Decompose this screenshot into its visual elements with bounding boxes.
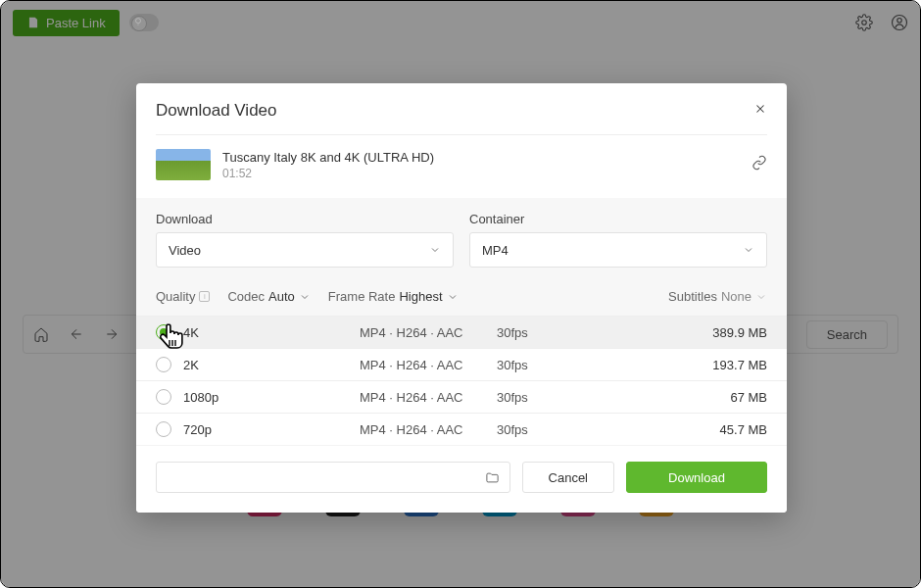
chevron-down-icon [429,244,441,256]
radio-icon [156,389,171,405]
quality-filter: Quality i [156,289,210,304]
quality-format: MP4 · H264 · AAC [360,422,497,437]
svg-point-0 [135,19,140,24]
close-icon [753,102,767,116]
video-duration: 01:52 [222,167,740,180]
quality-size: 193.7 MB [614,358,767,372]
save-path-field[interactable] [156,462,510,493]
container-value: MP4 [482,243,509,258]
video-thumbnail [156,149,211,180]
chevron-down-icon [743,244,754,256]
download-modal: Download Video Tuscany Italy 8K and 4K (… [136,83,787,513]
close-button[interactable] [753,102,767,120]
quality-size: 389.9 MB [614,325,767,340]
quality-row[interactable]: 4KMP4 · H264 · AAC30fps389.9 MB [136,316,787,348]
codec-filter[interactable]: Codec Auto [227,289,310,304]
radio-icon [156,421,171,437]
quality-size: 67 MB [614,390,767,405]
quality-row[interactable]: 2KMP4 · H264 · AAC30fps193.7 MB [136,348,787,380]
download-type-value: Video [169,243,201,258]
radio-icon [156,324,171,340]
quality-name: 2K [183,358,360,372]
copy-link-button[interactable] [751,155,767,174]
quality-fps: 30fps [497,390,614,405]
radio-icon [156,357,171,372]
link-icon [751,155,767,171]
chevron-down-icon [447,291,459,303]
modal-title: Download Video [156,101,277,121]
folder-icon [485,470,500,485]
quality-format: MP4 · H264 · AAC [360,325,497,340]
subtitles-filter[interactable]: Subtitles None [668,289,767,304]
download-type-label: Download [156,212,454,226]
container-select[interactable]: MP4 [469,232,767,268]
quality-fps: 30fps [497,325,614,340]
quality-name: 4K [183,325,360,340]
container-label: Container [469,212,767,226]
quality-size: 45.7 MB [614,422,767,437]
info-icon[interactable]: i [199,291,210,302]
framerate-filter[interactable]: Frame Rate Highest [328,289,459,304]
cancel-button[interactable]: Cancel [522,462,614,493]
chevron-down-icon [755,291,767,303]
quality-row[interactable]: 1080pMP4 · H264 · AAC30fps67 MB [136,380,787,413]
quality-fps: 30fps [497,358,614,372]
video-title: Tuscany Italy 8K and 4K (ULTRA HD) [222,150,740,165]
chevron-down-icon [299,291,311,303]
bulb-icon [133,17,143,26]
quality-row[interactable]: 720pMP4 · H264 · AAC30fps45.7 MB [136,413,787,445]
download-button[interactable]: Download [626,462,767,493]
quality-format: MP4 · H264 · AAC [360,390,497,405]
quality-name: 720p [183,422,360,437]
quality-name: 1080p [183,390,360,405]
download-type-select[interactable]: Video [156,232,454,268]
quality-fps: 30fps [497,422,614,437]
video-info-row: Tuscany Italy 8K and 4K (ULTRA HD) 01:52 [136,135,787,198]
quality-list: 4KMP4 · H264 · AAC30fps389.9 MB2KMP4 · H… [136,316,787,445]
quality-format: MP4 · H264 · AAC [360,358,497,372]
